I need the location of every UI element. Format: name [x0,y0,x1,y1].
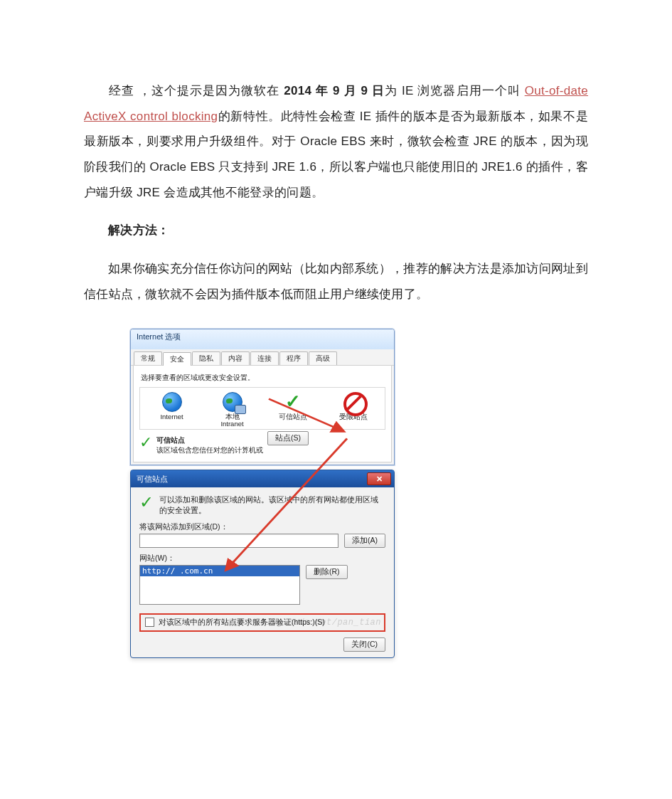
dialog2-intro: 可以添加和删除该区域的网站。该区域中的所有网站都使用区域的安全设置。 [159,494,385,514]
heading-solution: 解决方法： [84,218,588,243]
globe-icon [223,392,242,412]
chosen-zone-text: 可信站点 该区域包含您信任对您的计算机或 [156,435,263,455]
close-icon[interactable]: ✕ [367,472,391,485]
https-highlight: 对该区域中的所有站点要求服务器验证(https:)(S) [139,613,385,632]
zones-instruction: 选择要查看的区域或更改安全设置。 [141,373,385,383]
zone-internet[interactable]: Internet [142,392,202,428]
add-site-input[interactable] [139,534,338,548]
zone-intranet[interactable]: 本地 Intranet [202,392,262,428]
trusted-sites-dialog: 可信站点 ✕ ✓ 可以添加和删除该区域的网站。该区域中的所有网站都使用区域的安全… [130,470,395,657]
sites-listbox[interactable]: http:// .com.cn [139,565,300,605]
zone-restricted[interactable]: 受限站点 [323,392,383,428]
tab-programs[interactable]: 程序 [279,351,308,365]
globe-icon [162,392,182,412]
add-button[interactable]: 添加(A) [344,534,385,548]
screenshot-figure: Internet 选项 常规 安全 隐私 内容 连接 程序 高级 选择要查看的区… [130,329,400,658]
dialog2-title: 可信站点 [137,474,168,485]
tab-privacy[interactable]: 隐私 [192,351,220,365]
tab-general[interactable]: 常规 [134,351,162,365]
dialog-title: Internet 选项 [131,329,394,349]
https-checkbox[interactable] [145,618,154,627]
monitor-icon [235,405,246,414]
forbidden-icon [343,392,368,416]
tab-advanced[interactable]: 高级 [309,351,337,365]
list-field-label: 网站(W)： [139,554,385,563]
list-item[interactable]: http:// .com.cn [140,566,299,576]
check-icon: ✓ [285,391,301,413]
tab-strip: 常规 安全 隐私 内容 连接 程序 高级 [131,349,394,366]
solution-paragraph: 如果你确实充分信任你访问的网站（比如内部系统），推荐的解决方法是添加访问网址到信… [84,256,588,307]
internet-options-dialog: Internet 选项 常规 安全 隐私 内容 连接 程序 高级 选择要查看的区… [130,329,395,466]
security-zones: Internet 本地 Intranet ✓ 可信站点 受限站点 [139,387,385,430]
tab-connections[interactable]: 连接 [250,351,279,365]
https-check-label: 对该区域中的所有站点要求服务器验证(https:)(S) [159,618,325,628]
close-button[interactable]: 关闭(C) [343,637,385,652]
check-icon: ✓ [139,435,152,450]
sites-button[interactable]: 站点(S) [267,431,309,445]
zone-trusted[interactable]: ✓ 可信站点 [262,392,323,428]
add-field-label: 将该网站添加到区域(D)： [139,522,385,532]
delete-button[interactable]: 删除(R) [306,565,348,579]
tab-content[interactable]: 内容 [221,351,250,365]
check-icon: ✓ [139,494,154,510]
intro-paragraph: 经查 ，这个提示是因为微软在 2014 年 9 月 9 日为 IE 浏览器启用一… [84,78,588,205]
tab-security[interactable]: 安全 [163,352,191,366]
